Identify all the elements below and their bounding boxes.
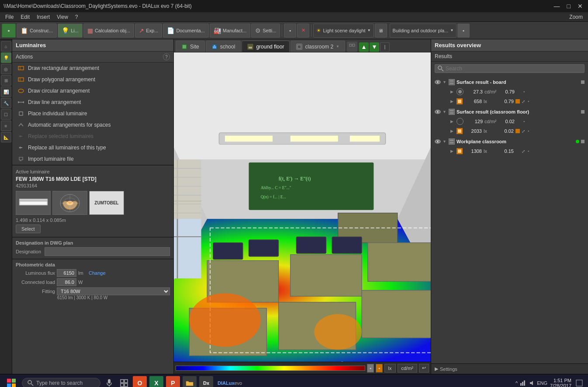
notification-button[interactable] <box>574 378 585 387</box>
fitting-select[interactable]: T16 80W <box>57 287 170 295</box>
result-floor-header[interactable]: ▼ Surface result (classroom floor) <box>431 107 588 117</box>
sidebar-icon-box[interactable]: ☐ <box>1 109 11 120</box>
visibility-eye-floor[interactable] <box>435 110 441 114</box>
toolbar-construct-btn[interactable]: 📋 Construc... <box>17 24 57 38</box>
floor-lum-delete[interactable]: ▪ <box>523 119 528 124</box>
sidebar-icon-layers[interactable]: ⊞ <box>1 75 11 86</box>
outlook-icon[interactable]: O <box>133 376 147 387</box>
result-board-grid[interactable]: ▶ 658 lx 0.79 ⤢ ▪ <box>431 97 588 106</box>
3d-viewport[interactable]: f(t, E') → E"(t) Ahlby... C = E"..." Q(n… <box>174 52 431 362</box>
view-toggle-btn[interactable] <box>347 41 357 52</box>
action-place[interactable]: Place individual luminaire <box>12 108 173 119</box>
result-floor-grid[interactable]: ▶ 2033 lx 0.02 ⤢ ▪ <box>431 126 588 136</box>
view-arrow-btn[interactable]: ↩ <box>419 364 429 373</box>
change-button[interactable]: Change <box>89 270 106 276</box>
toolbar-settings-btn[interactable]: ⚙ Setti... <box>251 24 280 38</box>
center-3d-view[interactable]: f(t, E') → E"(t) Ahlby... C = E"..." Q(n… <box>174 52 431 374</box>
taskbar-time[interactable]: 1:51 PM 7/28/2017 <box>550 378 571 387</box>
close-btn[interactable]: ✕ <box>576 3 585 10</box>
start-button[interactable] <box>3 375 19 387</box>
board-grid-scale[interactable]: ⤢ <box>522 99 526 104</box>
menu-help[interactable]: ? <box>72 13 82 21</box>
menu-file[interactable]: File <box>2 13 17 21</box>
floor-lum-expand[interactable]: ▶ <box>450 119 455 124</box>
menu-view[interactable]: View <box>53 13 72 21</box>
unit-cdm2-btn[interactable]: cd/m² <box>398 364 418 373</box>
visibility-eye-workplane[interactable] <box>435 139 441 144</box>
tab-classroom-arrow[interactable]: ▼ <box>336 45 339 48</box>
expand-workplane[interactable]: ▼ <box>443 139 447 144</box>
toolbar-exp-btn[interactable]: ↗ Exp... <box>135 24 162 38</box>
floor-grid-scale[interactable]: ⤢ <box>522 129 526 134</box>
sidebar-icon-home[interactable]: ⌂ <box>1 41 11 52</box>
toolbar-square-btn2[interactable]: ✕ <box>297 24 309 38</box>
select-button[interactable]: Select <box>16 225 41 233</box>
workplane-grid-expand[interactable]: ▶ <box>450 149 455 153</box>
menu-edit[interactable]: Edit <box>17 13 33 21</box>
light-scene-dropdown[interactable]: ☀ Light scene daylight ▼ <box>313 24 374 38</box>
visibility-eye-board[interactable] <box>435 80 441 84</box>
green-btn1[interactable] <box>359 42 369 52</box>
taskbar-search[interactable]: Type here to search <box>22 378 100 387</box>
toolbar-square-btn1[interactable]: ▪ <box>284 24 296 38</box>
action-auto[interactable]: Automatic arrangements for spaces <box>12 119 173 131</box>
designation-input[interactable] <box>45 247 170 256</box>
board-lum-expand[interactable]: ▶ <box>450 90 455 94</box>
powerpoint-icon[interactable]: P <box>166 376 180 387</box>
building-dropdown[interactable]: Building and outdoor pla... ▼ <box>390 24 457 38</box>
green-btn2[interactable] <box>370 42 379 52</box>
floor-grid-expand[interactable]: ▶ <box>450 129 455 133</box>
result-workplane-header[interactable]: ▼ Workplane classroom <box>431 137 588 146</box>
maximize-btn[interactable]: □ <box>565 3 572 10</box>
action-circ[interactable]: Draw circular arrangement <box>12 85 173 97</box>
task-view-button[interactable] <box>118 377 130 387</box>
sidebar-icon-bulb[interactable]: 💡 <box>1 52 11 63</box>
toolbar-green-btn[interactable]: ▪ <box>2 24 16 38</box>
tab-school[interactable]: school <box>206 41 241 52</box>
result-board-lum[interactable]: ▶ 27.3 cd/m² 0.79 ▪ <box>431 87 588 97</box>
tab-classroom[interactable]: classroom 2 ▼ <box>291 41 345 52</box>
floor-grid-delete[interactable]: ▪ <box>528 129 532 133</box>
workplane-grid-scale[interactable]: ⤢ <box>522 149 526 154</box>
expand-board[interactable]: ▼ <box>443 80 447 84</box>
sidebar-icon-chart[interactable]: 📊 <box>1 86 11 97</box>
settings-bottom[interactable]: ▶ Settings <box>431 363 588 374</box>
excel-icon[interactable]: X <box>149 376 163 387</box>
result-floor-lum[interactable]: ▶ 129 cd/m² 0.02 ▪ <box>431 117 588 126</box>
result-board-header[interactable]: ▼ Surface result - board <box>431 77 588 87</box>
tab-ground-floor[interactable]: ground floor <box>242 41 290 52</box>
action-rect[interactable]: Draw rectangular arrangement <box>12 62 173 74</box>
unit-lx-btn[interactable]: lx <box>384 364 396 373</box>
toolbar-gray-btn[interactable]: ▪ <box>457 24 470 38</box>
board-grid-delete[interactable]: ▪ <box>528 99 532 104</box>
sidebar-icon-lines[interactable]: ≡ <box>1 121 11 131</box>
sidebar-icon-target[interactable]: ◎ <box>1 64 11 74</box>
board-lum-delete[interactable]: ▪ <box>523 90 528 94</box>
toolbar-calc-btn[interactable]: ▦ Calculation obj... <box>83 24 134 38</box>
menu-insert[interactable]: Insert <box>33 13 53 21</box>
action-import[interactable]: Import luminaire file <box>12 153 173 165</box>
split-btn[interactable] <box>380 42 390 52</box>
action-replace-all[interactable]: Replace all luminaires of this type <box>12 142 173 153</box>
view-mode-btn1[interactable]: ▪ <box>367 364 374 373</box>
mic-button[interactable] <box>103 377 115 387</box>
minimize-btn[interactable]: — <box>552 3 562 10</box>
expand-floor[interactable]: ▼ <box>443 110 447 114</box>
action-poly[interactable]: Draw polygonal arrangement <box>12 74 173 85</box>
workplane-grid-delete[interactable]: ▪ <box>528 149 532 153</box>
tray-expand[interactable]: ^ <box>515 380 518 386</box>
dialux-icon[interactable]: Dx <box>199 376 213 387</box>
board-grid-expand[interactable]: ▶ <box>450 99 455 104</box>
toolbar-light-btn[interactable]: 💡 Li... <box>58 24 83 38</box>
results-search-input[interactable] <box>446 66 581 72</box>
view-mode-btn2[interactable]: ▪ <box>376 364 383 373</box>
monitor-btn[interactable]: 🖥 <box>375 24 387 38</box>
sidebar-icon-tools[interactable]: 🔧 <box>1 98 11 108</box>
toolbar-mfg-btn[interactable]: 🏭 Manufact... <box>210 24 250 38</box>
tab-site[interactable]: Site <box>176 41 205 52</box>
result-workplane-grid[interactable]: ▶ 1308 lx 0.15 ⤢ ▪ <box>431 146 588 156</box>
toolbar-doc-btn[interactable]: 📄 Documenta... <box>163 24 208 38</box>
help-button[interactable]: ? <box>163 53 170 60</box>
folder-icon[interactable] <box>183 376 197 387</box>
action-line[interactable]: Draw line arrangement <box>12 97 173 108</box>
